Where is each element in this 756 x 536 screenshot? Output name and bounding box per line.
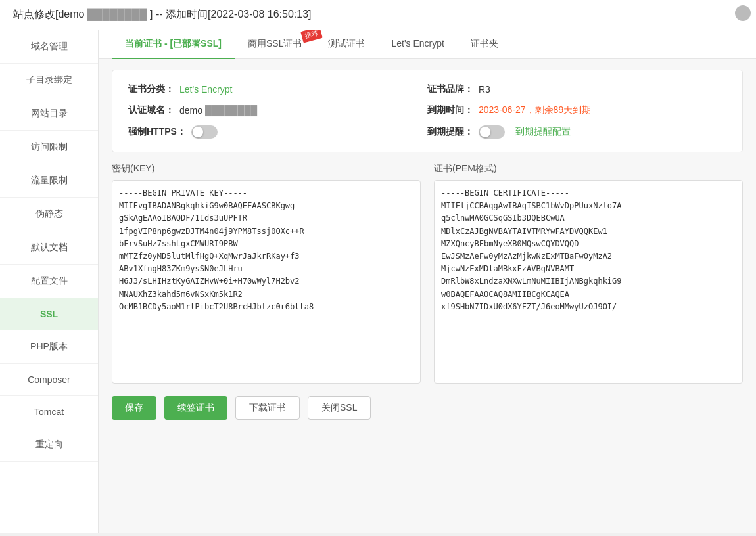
cert-domain-row: 认证域名： demo ████████ — [128, 104, 427, 116]
content-area: 当前证书 - [已部署SSL] 商用SSL证书 推荐 测试证书 Let's En… — [99, 30, 756, 533]
cert-expiry-label: 到期时间： — [427, 104, 473, 116]
cert-brand-label: 证书品牌： — [427, 83, 473, 95]
reminder-config-link[interactable]: 到期提醒配置 — [515, 126, 571, 138]
cert-domain-label: 认证域名： — [128, 104, 174, 116]
cert-info-left: 证书分类： Let's Encrypt 认证域名： demo ████████ … — [128, 83, 427, 139]
cert-reminder-row: 到期提醒： 到期提醒配置 — [427, 125, 726, 139]
key-cert-section: 密钥(KEY) -----BEGIN PRIVATE KEY----- MIIE… — [112, 163, 743, 386]
sidebar-item-subdir[interactable]: 子目录绑定 — [0, 64, 98, 97]
cert-category-row: 证书分类： Let's Encrypt — [128, 83, 427, 95]
cert-expiry-row: 到期时间： 2023-06-27，剩余89天到期 — [427, 104, 726, 116]
https-toggle-knob — [193, 127, 203, 137]
cert-block: 证书(PEM格式) -----BEGIN CERTIFICATE----- MI… — [434, 163, 743, 386]
sidebar-item-access[interactable]: 访问限制 — [0, 131, 98, 164]
tab-current-cert[interactable]: 当前证书 - [已部署SSL] — [112, 30, 235, 59]
save-button[interactable]: 保存 — [112, 396, 156, 420]
key-textarea[interactable]: -----BEGIN PRIVATE KEY----- MIIEvgIBADAN… — [112, 180, 421, 384]
cert-brand-value: R3 — [479, 84, 490, 95]
cert-category-value: Let's Encrypt — [179, 84, 233, 95]
sidebar-item-php[interactable]: PHP版本 — [0, 330, 98, 364]
tabs-bar: 当前证书 - [已部署SSL] 商用SSL证书 推荐 测试证书 Let's En… — [99, 30, 756, 59]
sidebar-item-tomcat[interactable]: Tomcat — [0, 396, 98, 428]
cert-expiry-value: 2023-06-27，剩余89天到期 — [479, 104, 591, 116]
corner-decoration — [735, 5, 751, 21]
header-title: 站点修改[demo ████████ ] -- 添加时间[2022-03-08 … — [13, 9, 312, 20]
cert-label: 证书(PEM格式) — [434, 163, 743, 175]
cert-category-label: 证书分类： — [128, 83, 174, 95]
tab-commercial-ssl[interactable]: 商用SSL证书 推荐 — [235, 30, 315, 59]
sidebar-item-pseudo[interactable]: 伪静态 — [0, 198, 98, 231]
key-label: 密钥(KEY) — [112, 163, 421, 175]
sidebar-item-config[interactable]: 配置文件 — [0, 265, 98, 298]
key-block: 密钥(KEY) -----BEGIN PRIVATE KEY----- MIIE… — [112, 163, 421, 386]
sidebar-item-webroot[interactable]: 网站目录 — [0, 97, 98, 131]
sidebar-item-ssl[interactable]: SSL — [0, 298, 98, 330]
reminder-toggle-knob — [480, 127, 490, 137]
cert-domain-value: demo ████████ — [179, 105, 257, 116]
cert-info-panel: 证书分类： Let's Encrypt 认证域名： demo ████████ … — [112, 70, 743, 152]
tab-cert-folder[interactable]: 证书夹 — [458, 30, 511, 59]
sidebar-item-domain[interactable]: 域名管理 — [0, 30, 98, 64]
cert-https-row: 强制HTTPS： — [128, 125, 427, 139]
main-layout: 域名管理 子目录绑定 网站目录 访问限制 流量限制 伪静态 默认文档 配置文件 … — [0, 30, 756, 533]
cert-brand-row: 证书品牌： R3 — [427, 83, 726, 95]
cert-https-label: 强制HTTPS： — [128, 126, 186, 138]
renew-button[interactable]: 续签证书 — [164, 396, 227, 420]
cert-info-right: 证书品牌： R3 到期时间： 2023-06-27，剩余89天到期 到期提醒： … — [427, 83, 726, 139]
page-header: 站点修改[demo ████████ ] -- 添加时间[2022-03-08 … — [0, 0, 756, 30]
tab-lets-encrypt[interactable]: Let's Encrypt — [378, 30, 458, 59]
sidebar-item-redirect[interactable]: 重定向 — [0, 428, 98, 462]
https-toggle[interactable] — [191, 125, 218, 139]
action-bar: 保存 续签证书 下载证书 关闭SSL — [112, 396, 743, 420]
reminder-toggle[interactable] — [479, 125, 505, 139]
cert-reminder-label: 到期提醒： — [427, 126, 473, 138]
sidebar: 域名管理 子目录绑定 网站目录 访问限制 流量限制 伪静态 默认文档 配置文件 … — [0, 30, 99, 533]
sidebar-item-traffic[interactable]: 流量限制 — [0, 164, 98, 198]
cert-textarea[interactable]: -----BEGIN CERTIFICATE----- MIIFljCCBAqg… — [434, 180, 743, 384]
tab-test-cert[interactable]: 测试证书 — [315, 30, 378, 59]
sidebar-item-composer[interactable]: Composer — [0, 364, 98, 396]
close-ssl-button[interactable]: 关闭SSL — [308, 396, 371, 420]
sidebar-item-default-doc[interactable]: 默认文档 — [0, 231, 98, 265]
download-button[interactable]: 下载证书 — [235, 396, 300, 420]
cert-info-grid: 证书分类： Let's Encrypt 认证域名： demo ████████ … — [128, 83, 726, 139]
